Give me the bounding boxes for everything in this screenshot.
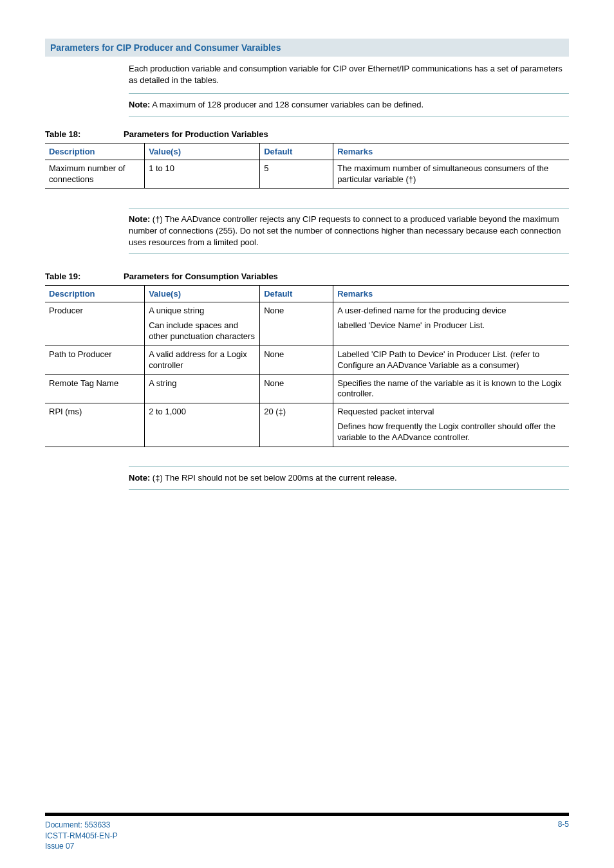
th-values: Value(s) [145,286,260,302]
table-row: RPI (ms) 2 to 1,000 20 (‡) Requested pac… [45,403,569,447]
table19-caption: Table 19:Parameters for Consumption Vari… [45,272,569,281]
footer-page: 8-5 [558,820,569,851]
table-row: Path to Producer A valid address for a L… [45,346,569,374]
section-heading: Parameters for CIP Producer and Consumer… [45,39,569,57]
footer-doc: Document: 553633 [45,820,118,830]
note3-text: (‡) The RPI should not be set below 200m… [153,473,397,483]
table-row: Remote Tag Name A string None Specifies … [45,374,569,403]
th-description: Description [45,143,145,160]
table18-caption: Table 18:Parameters for Production Varia… [45,129,569,139]
footer-issue: Issue 07 [45,841,118,851]
note-block-3: Note: (‡) The RPI should not be set belo… [129,466,569,490]
note-block-1: Note: A maximum of 128 producer and 128 … [129,93,569,116]
note-block-2: Note: (†) The AADvance controller reject… [129,208,569,254]
note2-text: (†) The AADvance controller rejects any … [129,214,561,246]
intro-paragraph: Each production variable and consumption… [129,63,569,86]
table-row: Maximum number of connections 1 to 10 5 … [45,160,569,189]
table-row: Producer A unique string Can include spa… [45,302,569,346]
table18: Description Value(s) Default Remarks Max… [45,143,569,189]
page-footer: Document: 553633 ICSTT-RM405f-EN-P Issue… [45,813,569,851]
th-default: Default [260,286,333,302]
th-default: Default [260,143,333,160]
th-description: Description [45,286,145,302]
footer-ref: ICSTT-RM405f-EN-P [45,831,118,841]
th-remarks: Remarks [333,143,569,160]
note1-text: A maximum of 128 producer and 128 consum… [152,100,423,109]
table19: Description Value(s) Default Remarks Pro… [45,285,569,447]
th-remarks: Remarks [333,286,569,302]
th-values: Value(s) [145,143,260,160]
